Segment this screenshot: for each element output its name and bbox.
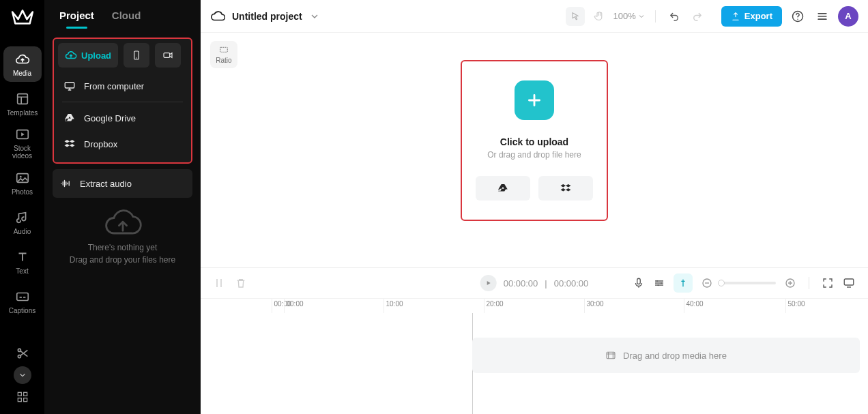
rail-item-audio[interactable]: Audio	[3, 205, 42, 240]
zoom-thumb[interactable]	[718, 280, 725, 286]
svg-rect-14	[65, 83, 74, 88]
export-button[interactable]: Export	[721, 6, 782, 27]
google-drive-icon	[497, 182, 509, 194]
ruler-tick	[484, 299, 484, 313]
svg-point-18	[656, 280, 658, 282]
upload-plus-button[interactable]	[515, 80, 554, 120]
timecode-sep: |	[545, 278, 547, 289]
cursor-tool[interactable]	[566, 7, 585, 26]
dropzone-google-drive[interactable]	[476, 176, 530, 201]
rail-item-captions[interactable]: Captions	[3, 284, 42, 319]
tab-cloud[interactable]: Cloud	[112, 10, 141, 28]
mic-icon[interactable]	[633, 277, 645, 289]
chevron-down-icon	[637, 12, 646, 20]
zoom-out-icon[interactable]	[701, 277, 713, 289]
photos-icon	[15, 171, 30, 186]
extract-audio[interactable]: Extract audio	[54, 171, 191, 196]
svg-rect-7	[18, 392, 21, 396]
ratio-button[interactable]: Ratio	[210, 41, 237, 68]
phone-icon	[131, 50, 142, 61]
rail-item-templates[interactable]: Templates	[3, 86, 42, 121]
play-icon	[484, 279, 493, 287]
fullscreen-icon[interactable]	[822, 277, 834, 289]
undo-button[interactable]	[665, 8, 683, 25]
timeline-ruler[interactable]: 00:0000:0010:0020:0030:0040:0050:00	[201, 298, 868, 313]
upload-phone-button[interactable]	[124, 43, 149, 68]
upload-item-label: Google Drive	[84, 113, 136, 123]
stock-icon	[15, 127, 30, 142]
upload-item-label: From computer	[84, 81, 144, 91]
waveform-icon	[59, 177, 72, 190]
timeline: 00:00:00 | 00:00:00	[201, 267, 868, 414]
divider	[655, 10, 656, 23]
dropzone-dropbox[interactable]	[538, 176, 593, 201]
scissors-icon[interactable]	[15, 346, 30, 361]
audio-icon	[15, 210, 30, 225]
ruler-label: 50:00	[787, 300, 805, 308]
rail-expand-toggle[interactable]	[14, 366, 31, 384]
rail-item-stock[interactable]: Stock videos	[3, 125, 42, 161]
snap-toggle[interactable]	[674, 273, 693, 293]
project-name[interactable]: Untitled project	[232, 11, 302, 22]
redo-button[interactable]	[689, 8, 706, 25]
main-area: Untitled project 100%	[201, 0, 868, 414]
trash-icon[interactable]	[235, 277, 247, 289]
split-icon[interactable]	[213, 277, 225, 289]
chevron-down-icon[interactable]	[309, 11, 320, 22]
upload-button[interactable]: Upload	[58, 43, 118, 68]
ratio-label: Ratio	[216, 57, 231, 64]
svg-rect-17	[637, 278, 641, 284]
extract-audio-card: Extract audio	[53, 169, 192, 198]
canvas-dropzone[interactable]: Click to upload Or drag and drop file he…	[461, 60, 608, 221]
timecode-current: 00:00:00	[504, 278, 538, 289]
rail-item-media[interactable]: Media	[3, 46, 42, 82]
media-empty-state[interactable]: There's nothing yet Drag and drop your f…	[44, 198, 201, 414]
svg-rect-13	[164, 53, 170, 58]
hand-tool[interactable]	[590, 8, 608, 25]
dropzone-subtitle: Or drag and drop file here	[487, 150, 581, 160]
hand-icon	[593, 10, 605, 23]
timeline-body[interactable]: Drag and drop media here	[201, 313, 868, 414]
svg-rect-23	[844, 279, 854, 285]
upload-google-drive[interactable]: Google Drive	[58, 105, 187, 131]
rail-label: Text	[16, 267, 28, 275]
export-icon	[731, 12, 740, 21]
ruler-tick	[785, 299, 786, 313]
timeline-settings-icon[interactable]	[653, 277, 665, 289]
upload-dropbox[interactable]: Dropbox	[58, 131, 187, 157]
zoom-level[interactable]: 100%	[613, 11, 646, 21]
ruler-tick	[584, 299, 585, 313]
upload-camera-button[interactable]	[155, 43, 181, 68]
avatar[interactable]: A	[838, 6, 858, 27]
preview-icon[interactable]	[842, 277, 856, 289]
svg-rect-16	[220, 47, 228, 52]
rail-item-photos[interactable]: Photos	[3, 165, 42, 201]
canvas: Ratio Click to upload Or drag and drop f…	[201, 33, 868, 267]
ruler-label: 00:00	[286, 300, 303, 308]
grid-icon[interactable]	[15, 389, 30, 404]
svg-rect-24	[607, 352, 615, 358]
rail-label: Photos	[12, 188, 33, 196]
media-lane-empty[interactable]: Drag and drop media here	[472, 338, 860, 373]
google-drive-icon	[63, 112, 76, 124]
tab-project[interactable]: Project	[59, 10, 94, 28]
zoom-slider[interactable]	[721, 282, 776, 284]
ruler-tick	[684, 299, 684, 313]
cloud-icon[interactable]	[210, 9, 225, 24]
svg-point-20	[657, 284, 659, 286]
zoom-in-icon[interactable]	[784, 277, 796, 289]
menu-button[interactable]	[813, 8, 831, 25]
app-logo[interactable]	[8, 7, 38, 29]
media-panel: Project Cloud Upload From computer	[44, 0, 201, 414]
play-button[interactable]	[480, 275, 497, 291]
upload-from-computer[interactable]: From computer	[58, 73, 187, 99]
rail-item-text[interactable]: Text	[3, 244, 42, 280]
templates-icon	[15, 91, 30, 106]
redo-icon	[691, 10, 704, 23]
svg-rect-10	[23, 398, 27, 402]
ruler-tick	[384, 299, 384, 313]
svg-point-5	[18, 349, 20, 351]
ruler-label: 30:00	[586, 300, 603, 308]
help-button[interactable]	[789, 8, 807, 25]
svg-rect-4	[16, 293, 28, 300]
